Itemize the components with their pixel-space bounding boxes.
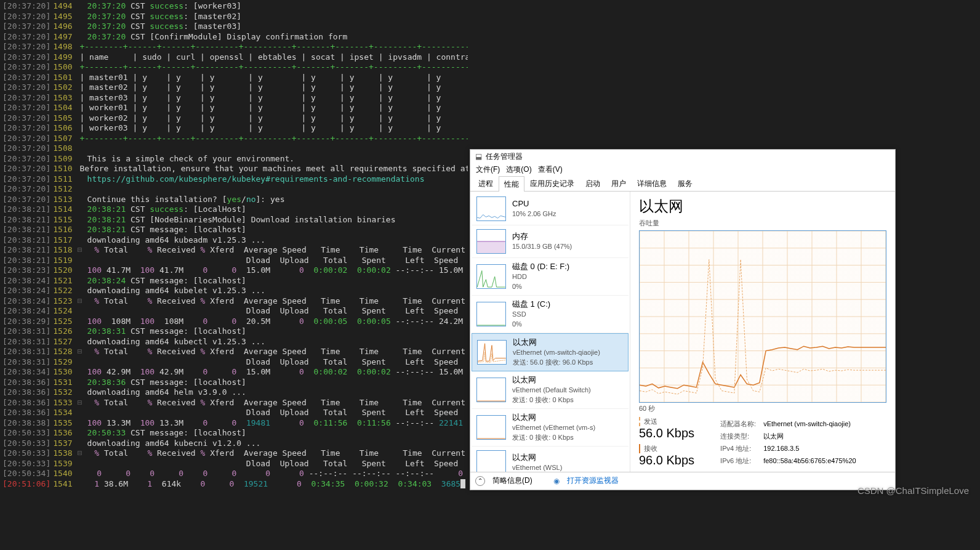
log-line: [20:38:36]1534 Dload Upload Total Spent … — [2, 408, 465, 418]
performance-sidebar[interactable]: CPU 10% 2.06 GHz 内存 15.0/31.9 GB (47%) 磁… — [470, 192, 630, 472]
thumbnail-chart — [476, 302, 506, 326]
tab-进程[interactable]: 进程 — [473, 176, 499, 191]
tab-应用历史记录[interactable]: 应用历史记录 — [524, 176, 580, 191]
window-titlebar[interactable]: ⬓ 任务管理器 — [470, 150, 895, 163]
log-line: [20:38:36]1532 downloading amd64 helm v3… — [2, 387, 465, 398]
chevron-up-icon[interactable]: ⌃ — [475, 476, 485, 486]
card-subtitle: vEthernet (WSL) — [512, 463, 562, 472]
card-subtitle: vEthernet (vEthernet (vm-s)发送: 0 接收: 0 K… — [512, 423, 595, 442]
card-title: CPU — [512, 199, 556, 209]
menu-item[interactable]: 选项(O) — [504, 163, 534, 176]
card-title: 以太网 — [513, 338, 600, 347]
log-line: [20:38:24]1523⊟ % Total % Received % Xfe… — [2, 296, 465, 307]
log-line: [20:38:31]1527 downloading amd64 kubectl… — [2, 337, 465, 347]
tab-详细信息[interactable]: 详细信息 — [632, 176, 672, 191]
menu-item[interactable]: 查看(V) — [536, 163, 565, 176]
log-line: [20:38:21]1518⊟ % Total % Received % Xfe… — [2, 245, 465, 256]
thumbnail-chart — [476, 196, 506, 221]
log-line: [20:38:21]1517 downloading amd64 kubeadm… — [2, 235, 465, 246]
log-line: [20:38:36]1533⊟ % Total % Received % Xfe… — [2, 398, 465, 408]
task-manager-window: ⬓ 任务管理器 文件(F)选项(O)查看(V) 进程性能应用历史记录启动用户详细… — [470, 149, 896, 490]
performance-main: 以太网 吞吐量 60 秒 发送 56.0 Kbps 接收 9 — [630, 192, 895, 472]
sidebar-card[interactable]: 磁盘 1 (C:) SSD0% — [472, 296, 629, 333]
log-line: [20:50:33]1538⊟ % Total % Received % Xfe… — [2, 448, 465, 459]
log-line: [20:37:20]1512 — [2, 184, 465, 195]
recv-label: 接收 — [639, 444, 694, 453]
card-title: 磁盘 1 (C:) — [512, 299, 550, 309]
card-title: 磁盘 0 (D: E: F:) — [512, 262, 569, 272]
tab-启动[interactable]: 启动 — [580, 176, 606, 191]
terminal-output[interactable]: [20:37:20]1494 20:37:20 CST success: [wo… — [0, 0, 468, 550]
log-line: [20:38:21]1515 20:38:21 CST [NodeBinarie… — [2, 215, 465, 225]
sidebar-card[interactable]: 以太网 vEthernet (WSL) — [472, 447, 629, 472]
log-line: [20:37:20]1496 20:37:20 CST success: [ma… — [2, 22, 465, 32]
sidebar-card[interactable]: 内存 15.0/31.9 GB (47%) — [472, 225, 629, 258]
log-line: [20:37:20]1511 https://github.com/kubesp… — [2, 174, 465, 185]
log-line: [20:38:21]1514 20:38:21 CST success: [Lo… — [2, 204, 465, 215]
sidebar-card[interactable]: 以太网 vEthernet (vEthernet (vm-s)发送: 0 接收:… — [472, 409, 629, 447]
log-line: [20:37:20]1507 +--------+------+------+-… — [2, 134, 465, 144]
page-title: 以太网 — [639, 196, 886, 216]
log-line: [20:37:20]1502 | master02 | y | y | y | … — [2, 83, 465, 93]
card-subtitle: 15.0/31.9 GB (47%) — [512, 241, 572, 251]
card-title: 以太网 — [512, 413, 595, 423]
adapter-info: 适配器名称:vEthernet (vm-switch-qiaojie)连接类型:… — [719, 417, 857, 467]
log-line: [20:50:33]1536 20:50:33 CST message: [lo… — [2, 428, 465, 439]
log-line: [20:37:20]1509 This is a simple check of… — [2, 154, 465, 164]
status-bar: ⌃ 简略信息(D) ◉ 打开资源监视器 — [470, 472, 895, 489]
log-line: [20:38:24]1522 downloading amd64 kubelet… — [2, 286, 465, 296]
card-subtitle: vEthernet (vm-switch-qiaojie)发送: 56.0 接收… — [513, 347, 600, 367]
log-line: [20:38:21]1516 20:38:21 CST message: [lo… — [2, 225, 465, 235]
log-line: [20:38:29]1525 100 108M 100 108M 0 0 20.… — [2, 317, 465, 327]
log-line: [20:50:33]1537 downloading amd64 kubecni… — [2, 439, 465, 449]
log-line: [20:37:20]1506 | worker03 | y | y | y | … — [2, 123, 465, 134]
card-subtitle: SSD0% — [512, 309, 550, 329]
log-line: [20:51:06]1541 1 38.6M 1 614k 0 0 19521 … — [2, 479, 465, 490]
log-line: [20:37:20]1508 — [2, 144, 465, 154]
log-line: [20:38:23]1520 100 41.7M 100 41.7M 0 0 1… — [2, 265, 465, 276]
log-line: [20:37:20]1497 20:37:20 CST [ConfirmModu… — [2, 32, 465, 42]
log-line: [20:37:20]1495 20:37:20 CST success: [ma… — [2, 12, 465, 22]
thumbnail-chart — [476, 415, 506, 440]
log-line: [20:37:20]1500 +--------+------+------+-… — [2, 62, 465, 73]
log-line: [20:38:31]1526 20:38:31 CST message: [lo… — [2, 326, 465, 337]
menu-item[interactable]: 文件(F) — [473, 163, 502, 176]
tab-用户[interactable]: 用户 — [606, 176, 632, 191]
thumbnail-chart — [477, 340, 507, 365]
thumbnail-chart — [476, 229, 506, 254]
log-line: [20:50:33]1539 Dload Upload Total Spent … — [2, 459, 465, 469]
open-resource-monitor-link[interactable]: 打开资源监视器 — [567, 475, 619, 486]
chart-label: 吞吐量 — [639, 219, 886, 228]
log-line: [20:37:20]1503 | master03 | y | y | y | … — [2, 93, 465, 103]
log-line: [20:38:34]1530 100 42.9M 100 42.9M 0 0 1… — [2, 367, 465, 378]
log-line: [20:37:20]1513 Continue this installatio… — [2, 195, 465, 205]
sidebar-card[interactable]: 以太网 vEthernet (vm-switch-qiaojie)发送: 56.… — [472, 333, 629, 371]
card-subtitle: 10% 2.06 GHz — [512, 209, 556, 219]
sidebar-card[interactable]: 磁盘 0 (D: E: F:) HDD0% — [472, 258, 629, 296]
send-label: 发送 — [639, 417, 694, 426]
chart-x-label: 60 秒 — [639, 404, 886, 413]
log-line: [20:38:24]1524 Dload Upload Total Spent … — [2, 306, 465, 317]
log-line: [20:37:20]1505 | worker02 | y | y | y | … — [2, 113, 465, 124]
log-line: [20:37:20]1504 | worker01 | y | y | y | … — [2, 103, 465, 113]
send-value: 56.0 Kbps — [639, 426, 694, 440]
app-icon: ⬓ — [475, 152, 482, 161]
tab-服务[interactable]: 服务 — [672, 176, 698, 191]
window-title: 任务管理器 — [486, 152, 523, 162]
log-line: [20:38:24]1521 20:38:24 CST message: [lo… — [2, 276, 465, 286]
log-line: [20:38:31]1528⊟ % Total % Received % Xfe… — [2, 347, 465, 357]
brief-info-link[interactable]: 简略信息(D) — [492, 475, 532, 486]
sidebar-card[interactable]: CPU 10% 2.06 GHz — [472, 193, 629, 225]
log-line: [20:38:36]1531 20:38:36 CST message: [lo… — [2, 378, 465, 388]
menu-bar[interactable]: 文件(F)选项(O)查看(V) — [470, 163, 895, 176]
watermark: CSDN @ChaITSimpleLove — [857, 485, 969, 496]
log-line: [20:38:21]1519 Dload Upload Total Spent … — [2, 256, 465, 266]
sidebar-card[interactable]: 以太网 vEthernet (Default Switch)发送: 0 接收: … — [472, 371, 629, 409]
tab-性能[interactable]: 性能 — [499, 176, 524, 192]
log-line: [20:50:34]1540 0 0 0 0 0 0 0 0 --:--:-- … — [2, 469, 465, 479]
card-title: 以太网 — [512, 453, 562, 463]
card-title: 内存 — [512, 232, 572, 241]
log-line: [20:38:31]1529 Dload Upload Total Spent … — [2, 357, 465, 368]
thumbnail-chart — [476, 450, 506, 472]
log-line: [20:37:20]1499 | name | sudo | curl | op… — [2, 52, 465, 63]
